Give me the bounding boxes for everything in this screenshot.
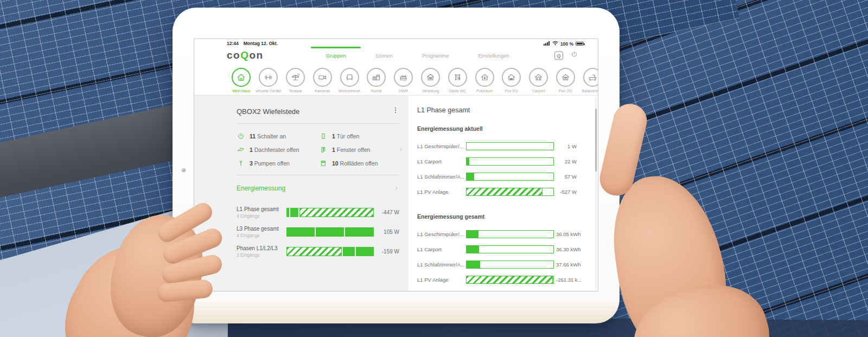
room-label: Küche: [371, 89, 382, 93]
room-label: HWR: [399, 89, 408, 93]
l1-detail-panel: L1 Phase gesamt Energiemessung aktuell L…: [409, 96, 598, 291]
room-label: Gäste WC: [449, 89, 466, 93]
room-tab-verteilung[interactable]: Verteilung: [417, 63, 444, 95]
room-tab-g-ste-wc[interactable]: Gäste WC: [444, 63, 471, 95]
bar-segment: [356, 247, 374, 256]
house-status-grid: 11 Schalter an 1 Tür offen 1 Dachfenster…: [237, 132, 399, 168]
status-count: 1: [332, 133, 335, 139]
measurement-bar: [466, 245, 554, 253]
energy-row[interactable]: L3 Phase gesamt4 Eingänge 105 W: [237, 222, 399, 241]
camera-icon: [317, 72, 328, 82]
measurement-name: L1 Carport: [417, 158, 466, 164]
bar-segment: [316, 227, 344, 237]
cellular-signal-icon: [544, 41, 550, 47]
search-q-button[interactable]: Q: [554, 51, 563, 60]
energy-name: L3 Phase gesamt: [237, 226, 286, 232]
measurement-row[interactable]: L1 Schlafzimmer/A... 57 W: [417, 169, 598, 184]
status-count: 1: [250, 147, 253, 153]
measurement-row[interactable]: L1 Geschirrspüler/... 36.05 kWh: [417, 226, 598, 241]
room-tab-mein-haus[interactable]: Mein Haus: [228, 63, 255, 95]
measurement-bar: [466, 188, 554, 196]
coqon-logo: coQon: [227, 49, 264, 61]
measurement-name: L1 Schlafzimmer/A...: [417, 262, 466, 268]
energy-summary-rows: L1 Phase gesamt4 Eingänge -447 W L3 Phas…: [237, 202, 399, 261]
room-tab-wohnzimmer[interactable]: Wohnzimmer: [336, 63, 363, 95]
room-tab-flur-eg[interactable]: Flur EG: [498, 63, 525, 95]
measurement-name: L1 Geschirrspüler/...: [417, 143, 466, 149]
distribution-icon: [425, 72, 436, 82]
room-label: Verteilung: [422, 89, 439, 93]
status-label: Pumpen offen: [254, 160, 290, 167]
measurement-value: 37.66 kWh: [556, 262, 580, 268]
room-tab-virtuelle-ger-te[interactable]: virtuelle Geräte: [255, 63, 282, 95]
room-tab-terasse[interactable]: Terasse: [282, 63, 309, 95]
house-status-item[interactable]: 1 Tür offen: [319, 132, 399, 141]
energy-row[interactable]: L1 Phase gesamt4 Eingänge -447 W: [237, 202, 399, 222]
room-label: Wohnzimmer: [339, 89, 361, 93]
roof-window-icon: [237, 145, 245, 154]
section-title-aktuell: Energiemessung aktuell: [417, 125, 598, 132]
status-count: 11: [250, 133, 256, 139]
room-tab-hwr[interactable]: HWR: [390, 63, 417, 95]
measurement-row[interactable]: L1 PV Anlage -527 W: [417, 184, 598, 199]
bar-segment: [345, 227, 374, 237]
tab-programme[interactable]: Programme: [407, 53, 464, 59]
battery-percent: 100 %: [560, 41, 573, 47]
chevron-right-icon[interactable]: [398, 144, 404, 154]
room-label: Badezimmer: [582, 89, 598, 93]
crate-icon: [398, 72, 409, 82]
room-label: Flur OG: [559, 89, 572, 93]
energy-sub: 3 Eingänge: [237, 252, 286, 258]
measurement-name: L1 Carport: [417, 246, 466, 252]
room-label: Carport: [532, 89, 545, 93]
scrollbar-thumb[interactable]: [595, 109, 597, 171]
house-status-item[interactable]: 11 Schalter an: [237, 132, 319, 141]
shutter-icon: [319, 159, 328, 168]
room-tab-badezimmer[interactable]: Badezimmer: [579, 63, 598, 95]
measurement-row[interactable]: L1 Carport 36.30 kWh: [417, 241, 598, 257]
measurement-value: 57 W: [554, 174, 577, 180]
measurement-row[interactable]: L1 Carport 22 W: [417, 154, 598, 169]
date: Montag 12. Okt.: [244, 41, 278, 46]
energy-row[interactable]: Phasen L1/L2/L33 Eingänge -159 W: [237, 241, 399, 261]
measurement-row[interactable]: L1 PV Anlage -261.31 k...: [417, 272, 598, 287]
room-tab-k-che[interactable]: Küche: [363, 63, 390, 95]
battery-icon: [576, 42, 584, 46]
tab-szenen[interactable]: Szenen: [361, 53, 407, 59]
tab-gruppen[interactable]: Gruppen: [311, 53, 361, 59]
door-icon: [319, 132, 328, 141]
bar-segment: [343, 247, 355, 256]
energiemessung-link[interactable]: Energiemessung: [237, 183, 399, 193]
room-tab-kameras[interactable]: Kameras: [309, 63, 336, 95]
kitchen-icon: [371, 72, 381, 82]
measurement-value: 22 W: [554, 158, 577, 164]
room-label: Flur EG: [505, 89, 518, 93]
bathroom-icon: [588, 72, 598, 82]
energy-bar: [286, 208, 374, 217]
measurement-bar: [466, 173, 554, 181]
measurement-row[interactable]: L1 Schlafzimmer/A... 37.66 kWh: [417, 257, 598, 272]
power-button[interactable]: [570, 50, 578, 61]
room-tab-carport[interactable]: Carport: [525, 63, 552, 95]
front-camera: [182, 168, 186, 172]
kebab-menu-icon[interactable]: [392, 106, 399, 116]
measurement-bar: [466, 276, 554, 284]
wc-icon: [452, 72, 463, 82]
tab-einstellungen[interactable]: Einstellungen: [464, 53, 524, 59]
house-status-item[interactable]: 1 Fenster offen: [319, 145, 399, 154]
status-count: 10: [332, 160, 339, 167]
qbox-title: QBOX2 Wiefelstede: [237, 107, 299, 116]
room-tab-putzraum[interactable]: Putzraum: [471, 63, 498, 95]
status-label: Dachfenster offen: [254, 147, 299, 153]
measurement-row[interactable]: L1 Geschirrspüler/... 1 W: [417, 138, 598, 154]
detail-title: L1 Phase gesamt: [417, 106, 598, 114]
bar-segment: [299, 208, 374, 217]
house-status-item[interactable]: 10 Rollläden offen: [319, 159, 399, 168]
wifi-icon: [552, 41, 558, 47]
room-label: Kameras: [315, 89, 330, 93]
house-status-item[interactable]: 3 Pumpen offen: [237, 159, 319, 168]
energy-value: 105 W: [379, 229, 399, 235]
room-tab-flur-og[interactable]: Flur OG: [552, 63, 579, 95]
energy-name: Phasen L1/L2/L3: [237, 245, 286, 251]
house-status-item[interactable]: 1 Dachfenster offen: [237, 145, 319, 154]
